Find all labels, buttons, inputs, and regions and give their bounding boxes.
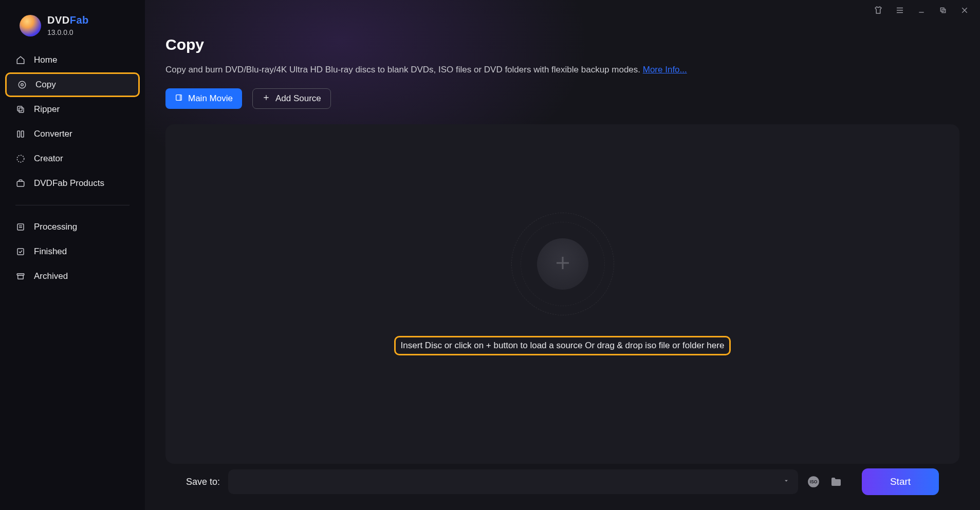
- start-button[interactable]: Start: [862, 468, 939, 495]
- brand-avatar-icon: [20, 15, 41, 36]
- dropzone-ring-inner: [521, 222, 605, 306]
- svg-rect-7: [17, 181, 24, 186]
- svg-point-6: [17, 155, 24, 162]
- sidebar-item-copy[interactable]: Copy: [5, 72, 140, 97]
- svg-rect-9: [17, 249, 24, 255]
- brand-text: DVDFab 13.0.0.0: [47, 14, 89, 36]
- sidebar-item-archived[interactable]: Archived: [5, 264, 140, 289]
- save-to-dropdown[interactable]: [228, 469, 798, 494]
- add-source-label: Add Source: [275, 93, 321, 104]
- svg-rect-11: [18, 275, 24, 279]
- svg-rect-14: [176, 95, 182, 100]
- layers-icon: [15, 104, 26, 115]
- titlebar: [145, 0, 980, 21]
- sidebar-item-label: Processing: [34, 222, 77, 232]
- brand-name-dvd: DVD: [47, 14, 70, 26]
- sidebar-item-label: Archived: [34, 271, 68, 281]
- page-description-text: Copy and burn DVD/Blu-ray/4K Ultra HD Bl…: [165, 65, 643, 74]
- sidebar-item-ripper[interactable]: Ripper: [5, 97, 140, 122]
- sidebar: DVDFab 13.0.0.0 Home Copy Ripper: [0, 0, 145, 510]
- brand-name-fab: Fab: [70, 14, 89, 26]
- iso-icon[interactable]: ISO: [806, 475, 821, 489]
- plus-icon: [262, 93, 270, 104]
- brand-version: 13.0.0.0: [47, 28, 89, 36]
- converter-icon: [15, 129, 26, 139]
- main-movie-icon: [175, 93, 183, 104]
- dropzone-text-highlight: Insert Disc or click on + button to load…: [394, 336, 731, 355]
- more-info-link[interactable]: More Info...: [643, 65, 687, 74]
- home-icon: [15, 55, 26, 65]
- svg-rect-4: [17, 131, 20, 137]
- main: Copy Copy and burn DVD/Blu-ray/4K Ultra …: [145, 0, 980, 510]
- disc-icon: [17, 80, 27, 90]
- main-movie-label: Main Movie: [188, 93, 233, 104]
- sidebar-item-label: Copy: [35, 80, 56, 90]
- main-movie-button[interactable]: Main Movie: [165, 88, 242, 109]
- nav-divider: [15, 205, 130, 205]
- dropzone-circle-wrap: [511, 213, 614, 315]
- creator-icon: [15, 154, 26, 164]
- sidebar-item-home[interactable]: Home: [5, 48, 140, 72]
- minimize-icon[interactable]: [916, 5, 927, 15]
- finished-icon: [15, 247, 26, 257]
- action-row: Main Movie Add Source: [165, 88, 959, 109]
- products-icon: [15, 178, 26, 188]
- save-to-label: Save to:: [186, 477, 220, 487]
- svg-rect-3: [19, 108, 24, 112]
- svg-text:ISO: ISO: [810, 479, 818, 484]
- sidebar-item-converter[interactable]: Converter: [5, 122, 140, 146]
- page-description: Copy and burn DVD/Blu-ray/4K Ultra HD Bl…: [165, 65, 959, 75]
- svg-rect-2: [17, 106, 22, 111]
- content: Copy Copy and burn DVD/Blu-ray/4K Ultra …: [145, 21, 980, 510]
- add-source-button[interactable]: Add Source: [252, 88, 331, 109]
- dropzone[interactable]: Insert Disc or click on + button to load…: [165, 124, 959, 464]
- sidebar-item-label: Finished: [34, 247, 67, 257]
- page-title: Copy: [165, 36, 959, 53]
- shirt-icon[interactable]: [873, 5, 883, 15]
- sidebar-item-creator[interactable]: Creator: [5, 146, 140, 171]
- sidebar-item-finished[interactable]: Finished: [5, 239, 140, 264]
- brand-name: DVDFab: [47, 14, 89, 26]
- nav-primary: Home Copy Ripper Converter Creator: [0, 48, 145, 289]
- svg-point-1: [21, 84, 24, 86]
- menu-icon[interactable]: [895, 5, 905, 15]
- svg-point-0: [19, 81, 26, 88]
- svg-rect-5: [22, 131, 24, 137]
- sidebar-item-label: Creator: [34, 154, 63, 164]
- brand: DVDFab 13.0.0.0: [0, 10, 145, 48]
- sidebar-item-products[interactable]: DVDFab Products: [5, 171, 140, 196]
- dropzone-text: Insert Disc or click on + button to load…: [401, 341, 725, 350]
- folder-icon[interactable]: [829, 475, 843, 489]
- sidebar-item-label: DVDFab Products: [34, 178, 104, 188]
- close-icon[interactable]: [959, 5, 970, 15]
- sidebar-item-label: Ripper: [34, 104, 60, 115]
- sidebar-item-label: Converter: [34, 129, 72, 139]
- footer: Save to: ISO Start: [165, 464, 959, 510]
- sidebar-item-processing[interactable]: Processing: [5, 215, 140, 239]
- sidebar-item-label: Home: [34, 55, 57, 65]
- archived-icon: [15, 271, 26, 281]
- chevron-down-icon[interactable]: [783, 477, 790, 486]
- maximize-icon[interactable]: [938, 5, 948, 15]
- processing-icon: [15, 222, 26, 232]
